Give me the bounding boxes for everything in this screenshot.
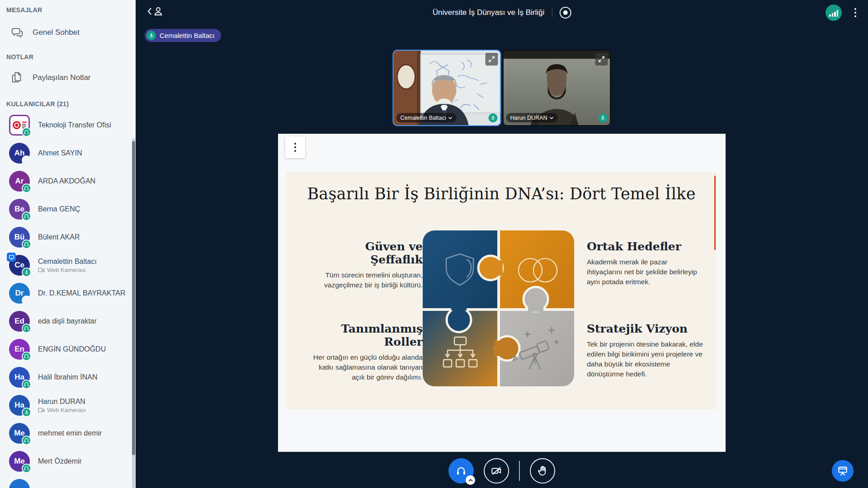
presentation-area: Başarılı Bir İş Birliğinin DNA’sı: Dört … [278,134,726,452]
meeting-title: Üniversite İş Dünyası ve İş Birliği [433,8,545,17]
avatar [9,115,30,136]
user-list-item[interactable]: Ce Cemalettin Baltacı Web Kamerası [0,251,136,279]
sidebar-item-public-chat[interactable]: Genel Sohbet [10,23,136,42]
user-list-item[interactable]: Ah Ahmet SAYIN [0,139,136,167]
user-name: ARDA AKDOĞAN [38,177,95,185]
video-user-name: Harun DURAN [510,115,547,121]
avatar: En [9,339,30,360]
avatar-initials [9,479,30,488]
quadrant-heading: Ortak Hedefler [587,240,700,253]
webcam-status-label: Web Kamerası [47,407,86,413]
mic-icon [146,31,156,40]
slide-accent-line [714,176,716,250]
quadrant-heading: Güven ve Şeffaflık [310,240,423,266]
chat-item-label: Genel Sohbet [33,28,80,37]
user-list-item[interactable]: Be Berna GENÇ [0,195,136,223]
audio-status-badge [22,380,31,389]
notes-section-label: NOTLAR [6,53,136,61]
user-name: Teknoloji Transfer Ofisi [38,121,111,129]
avatar: Ar [9,171,30,192]
record-indicator-button[interactable] [559,7,571,19]
user-list: Teknoloji Transfer Ofisi Ah Ahmet SAYIN [0,111,136,488]
record-dot-icon [563,10,567,15]
webcam-area: Cemalettin Baltacı [393,50,611,126]
user-list-item[interactable]: Me Mert Özdemir [0,447,136,475]
slide-title: Başarılı Bir İş Birliğinin DNA’sı: Dört … [286,185,717,203]
messages-section-label: MESAJLAR [6,6,136,14]
tile-mic-indicator [599,113,608,122]
user-name: mehmet emin demir [38,429,102,437]
audio-status-badge [22,239,31,249]
users-section-label: KULLANICILAR (21) [6,100,136,108]
quadrant-body: Her ortağın en güçlü olduğu alanda katkı… [307,352,423,382]
user-list-item[interactable]: Ed eda dişli bayraktar [0,307,136,335]
camera-off-icon [491,465,502,477]
sidebar-scrollbar-thumb[interactable] [132,141,135,455]
user-list-item[interactable]: Teknoloji Transfer Ofisi [0,111,136,139]
user-list-item[interactable]: Ha Halil İbrahim İNAN [0,363,136,391]
chevron-down-icon [448,117,453,119]
avatar: Me [9,451,30,472]
audio-status-badge [22,267,31,277]
audio-status-badge [22,211,31,221]
actionbar-divider [519,461,520,481]
webcam-status-label: Web Kamerası [47,267,86,273]
slide-quadrant-guven: Güven ve Şeffaflık Tüm sürecin temelini … [310,240,423,290]
avatar [9,479,30,488]
tile-mic-indicator [489,113,498,122]
chevron-up-icon [468,479,473,482]
user-name: Halil İbrahim İNAN [38,373,98,381]
user-name: Mert Özdemir [38,457,82,465]
audio-button[interactable] [448,458,474,483]
user-list-item[interactable]: Bü Bülent AKAR [0,223,136,251]
shared-notes-label: Paylaşılan Notlar [33,73,91,82]
avatar: Ha [9,367,30,388]
action-bar [448,458,555,483]
audio-status-badge [22,436,31,445]
quadrant-heading: Tanımlanmış Roller [307,322,423,348]
puzzle-graphic [423,230,574,386]
raise-hand-button[interactable] [530,458,555,483]
camera-button[interactable] [484,458,509,483]
user-name: Harun DURAN [38,398,86,406]
restore-presentation-button[interactable] [832,460,854,482]
user-name: Ahmet SAYIN [38,149,82,157]
presenter-badge [7,253,16,262]
raised-hand-icon [537,465,548,477]
toggle-userlist-button[interactable] [147,6,164,17]
options-kebab-button[interactable] [853,6,858,19]
user-list-item[interactable] [0,475,136,488]
whiteboard-options-button[interactable] [285,136,305,158]
slide-quadrant-roller: Tanımlanmış Roller Her ortağın en güçlü … [307,322,423,382]
user-list-item[interactable]: Ha Harun DURAN Web Kamerası [0,391,136,419]
talking-indicator[interactable]: Cemalettin Baltacı [145,29,221,42]
video-user-name-dropdown[interactable]: Harun DURAN [506,113,558,122]
expand-icon [598,56,605,63]
slide-quadrant-vizyon: Stratejik Vizyon Tek bir projenin ötesin… [587,322,704,379]
user-list-item[interactable]: Ar ARDA AKDOĞAN [0,167,136,195]
person-icon [153,6,164,17]
avatar: Be [9,199,30,220]
shared-notes-icon [10,70,24,85]
video-tile-harun: Harun DURAN [503,50,611,126]
user-list-item[interactable]: En ENGİN GÜNDOĞDU [0,335,136,363]
user-name: eda dişli bayraktar [38,317,97,325]
avatar: Ce [9,255,30,276]
user-list-item[interactable]: Dr Dr. D.KEMAL BAYRAKTAR [0,279,136,307]
user-list-item[interactable]: Me mehmet emin demir [0,419,136,447]
slide: Başarılı Bir İş Birliğinin DNA’sı: Dört … [286,172,717,409]
connection-status-button[interactable] [826,5,842,21]
slide-quadrant-ortak: Ortak Hedefler Akademik merak ile pazar … [587,240,700,287]
chat-bubbles-icon [10,25,24,40]
sidebar-item-shared-notes[interactable]: Paylaşılan Notlar [10,68,136,88]
avatar: Bü [9,227,30,248]
topbar-divider [552,8,552,17]
main-area: Üniversite İş Dünyası ve İş Birliği Cema… [136,0,868,488]
audio-options-chevron[interactable] [466,475,475,485]
video-user-name-dropdown[interactable]: Cemalettin Baltacı [396,113,457,122]
fullscreen-button[interactable] [595,53,608,66]
avatar: Ah [9,143,30,164]
audio-status-badge [22,464,31,473]
sidebar-scrollbar-track [132,138,135,488]
fullscreen-button[interactable] [486,53,498,66]
